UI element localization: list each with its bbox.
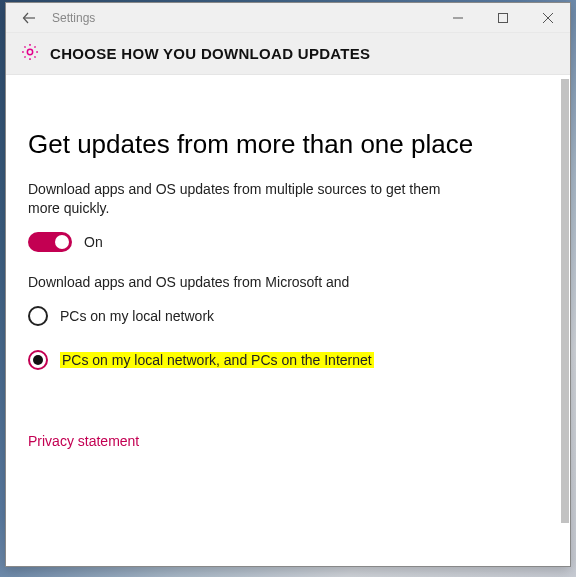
minimize-button[interactable] [435,3,480,33]
option-local-network[interactable]: PCs on my local network [28,306,538,326]
option-label: PCs on my local network, and PCs on the … [60,352,374,368]
close-button[interactable] [525,3,570,33]
delivery-optimization-toggle[interactable] [28,232,72,252]
toggle-state-label: On [84,234,103,250]
option-local-and-internet[interactable]: PCs on my local network, and PCs on the … [28,350,538,370]
source-description: Download apps and OS updates from Micros… [28,274,538,290]
scrollbar-thumb[interactable] [561,79,569,523]
option-label: PCs on my local network [60,308,214,324]
window-title: Settings [52,11,435,25]
section-heading: Get updates from more than one place [28,129,538,160]
maximize-icon [498,13,508,23]
maximize-button[interactable] [480,3,525,33]
page-header: CHOOSE HOW YOU DOWNLOAD UPDATES [6,33,570,75]
window-controls [435,3,570,33]
svg-rect-2 [498,13,507,22]
delivery-optimization-toggle-row: On [28,232,538,252]
content: Get updates from more than one place Dow… [6,75,560,566]
section-description: Download apps and OS updates from multip… [28,180,468,218]
back-button[interactable] [6,3,52,33]
toggle-knob-icon [55,235,69,249]
page-header-title: CHOOSE HOW YOU DOWNLOAD UPDATES [50,45,370,62]
minimize-icon [453,13,463,23]
content-area: Get updates from more than one place Dow… [6,75,570,566]
radio-icon [28,306,48,326]
titlebar: Settings [6,3,570,33]
svg-point-5 [27,49,32,54]
settings-window: Settings CHOOSE HOW YOU DOWNLOAD UPDATES… [5,2,571,567]
radio-icon [28,350,48,370]
close-icon [543,13,553,23]
privacy-statement-link[interactable]: Privacy statement [28,433,139,449]
spacer [28,394,538,432]
gear-icon [20,42,40,66]
back-arrow-icon [21,10,37,26]
vertical-scrollbar[interactable] [561,79,569,562]
